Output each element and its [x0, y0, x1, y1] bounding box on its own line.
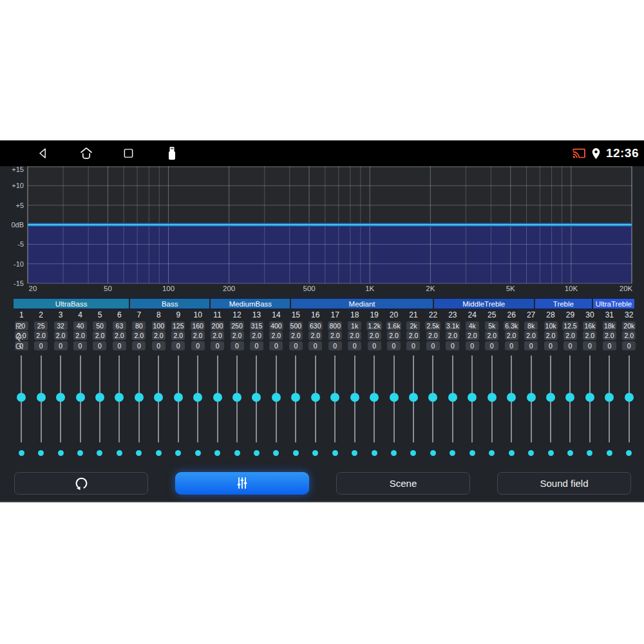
channel-dot[interactable] [214, 450, 220, 456]
sound-field-button[interactable]: Sound field [497, 472, 631, 495]
gain-slider[interactable] [188, 350, 207, 444]
channel-dot[interactable] [410, 450, 416, 456]
band-segment-ultrabass[interactable]: UltraBass [14, 299, 129, 308]
band-segment-ultratreble[interactable]: UltraTreble [593, 299, 634, 308]
slider-knob[interactable] [585, 393, 594, 402]
slider-knob[interactable] [232, 393, 242, 402]
channel-dot[interactable] [77, 450, 83, 456]
slider-knob[interactable] [428, 393, 437, 402]
back-nav-button[interactable] [36, 146, 50, 160]
channel-dot[interactable] [332, 450, 338, 456]
channel-dot[interactable] [312, 450, 318, 456]
gain-slider[interactable] [384, 350, 403, 444]
channel-dot[interactable] [489, 450, 495, 456]
gain-slider[interactable] [423, 350, 442, 444]
slider-knob[interactable] [468, 393, 477, 402]
gain-slider[interactable] [521, 350, 540, 444]
gain-slider[interactable] [345, 350, 364, 444]
slider-knob[interactable] [330, 393, 339, 402]
channel-dot[interactable] [352, 450, 357, 456]
gain-slider[interactable] [404, 350, 423, 444]
gain-slider[interactable] [90, 350, 109, 444]
slider-knob[interactable] [272, 393, 281, 402]
reset-button[interactable] [14, 472, 148, 495]
gain-slider[interactable] [207, 350, 227, 444]
slider-knob[interactable] [546, 393, 555, 402]
slider-knob[interactable] [174, 393, 183, 402]
slider-knob[interactable] [154, 393, 163, 402]
gain-slider[interactable] [227, 350, 247, 444]
slider-knob[interactable] [115, 393, 124, 402]
channel-dot[interactable] [528, 450, 534, 456]
slider-knob[interactable] [565, 393, 574, 402]
channel-dot[interactable] [548, 450, 554, 456]
channel-dot[interactable] [293, 450, 299, 456]
usb-status-button[interactable] [166, 146, 178, 161]
channel-dot[interactable] [156, 450, 162, 456]
slider-knob[interactable] [56, 393, 65, 402]
band-segment-mediant[interactable]: Mediant [291, 299, 432, 308]
slider-knob[interactable] [291, 393, 300, 402]
gain-slider[interactable] [502, 350, 521, 444]
gain-slider[interactable] [149, 350, 168, 444]
slider-knob[interactable] [135, 393, 144, 402]
scene-button[interactable]: Scene [336, 472, 470, 495]
slider-knob[interactable] [390, 393, 399, 402]
slider-knob[interactable] [311, 393, 320, 402]
band-segment-bass[interactable]: Bass [130, 299, 209, 308]
channel-dot[interactable] [587, 450, 592, 456]
gain-slider[interactable] [51, 350, 70, 444]
slider-knob[interactable] [507, 393, 516, 402]
gain-slider[interactable] [365, 350, 384, 444]
slider-knob[interactable] [193, 393, 202, 402]
gain-slider[interactable] [462, 350, 482, 444]
gain-slider[interactable] [70, 350, 90, 444]
channel-dot[interactable] [430, 450, 436, 456]
gain-slider[interactable] [247, 350, 266, 444]
channel-dot[interactable] [175, 450, 181, 456]
channel-dot[interactable] [97, 450, 102, 456]
channel-dot[interactable] [469, 450, 475, 456]
gain-slider[interactable] [286, 350, 305, 444]
gain-slider[interactable] [169, 350, 188, 444]
channel-dot[interactable] [58, 450, 64, 456]
channel-dot[interactable] [38, 450, 44, 456]
slider-knob[interactable] [527, 393, 536, 402]
location-icon[interactable] [591, 147, 601, 160]
gain-slider[interactable] [482, 350, 502, 444]
cast-icon[interactable] [572, 147, 586, 160]
channel-dot[interactable] [450, 450, 455, 456]
channel-dot[interactable] [607, 450, 612, 456]
channel-dot[interactable] [567, 450, 573, 456]
slider-knob[interactable] [17, 393, 26, 402]
slider-knob[interactable] [605, 393, 614, 402]
slider-knob[interactable] [488, 393, 497, 402]
channel-dot[interactable] [195, 450, 201, 456]
channel-dot[interactable] [391, 450, 397, 456]
channel-dot[interactable] [19, 450, 24, 456]
gain-slider[interactable] [31, 350, 50, 444]
gain-slider[interactable] [541, 350, 560, 444]
gain-slider[interactable] [600, 350, 619, 444]
slider-knob[interactable] [370, 393, 379, 402]
gain-slider[interactable] [306, 350, 325, 444]
slider-knob[interactable] [213, 393, 222, 402]
channel-dot[interactable] [626, 450, 632, 456]
channel-dot[interactable] [136, 450, 142, 456]
gain-slider[interactable] [129, 350, 149, 444]
channel-dot[interactable] [509, 450, 515, 456]
band-segment-middletreble[interactable]: MiddleTreble [434, 299, 534, 308]
gain-slider[interactable] [325, 350, 345, 444]
recents-nav-button[interactable] [122, 147, 135, 160]
slider-knob[interactable] [448, 393, 457, 402]
gain-slider[interactable] [443, 350, 462, 444]
channel-dot[interactable] [372, 450, 377, 456]
slider-knob[interactable] [95, 393, 104, 402]
gain-slider[interactable] [12, 350, 31, 444]
slider-knob[interactable] [76, 393, 85, 402]
channel-dot[interactable] [117, 450, 122, 456]
channel-dot[interactable] [273, 450, 279, 456]
home-nav-button[interactable] [79, 146, 94, 161]
slider-knob[interactable] [625, 393, 634, 402]
band-segment-treble[interactable]: Treble [535, 299, 592, 308]
